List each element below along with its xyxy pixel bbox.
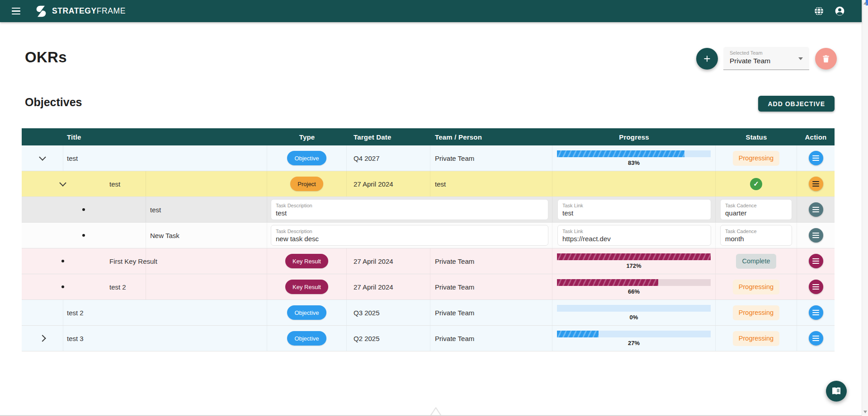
add-okr-fab-button[interactable] xyxy=(696,48,718,70)
row-title: test 2 xyxy=(67,309,84,317)
type-cell: Key Result xyxy=(267,274,347,299)
language-globe-icon[interactable] xyxy=(808,1,829,22)
row-menu-button[interactable] xyxy=(809,254,823,268)
progress-bar: 172% xyxy=(557,253,711,269)
type-cell: Key Result xyxy=(267,248,347,274)
topbar: STRATEGYFRAME xyxy=(0,0,862,22)
row-title: test xyxy=(67,154,78,162)
expand-chevron-down-icon[interactable] xyxy=(59,179,66,187)
menu-icon xyxy=(812,314,819,316)
account-icon[interactable] xyxy=(829,1,850,22)
row-title-area: test xyxy=(22,197,267,222)
bullet-icon xyxy=(61,285,64,288)
row-menu-button[interactable] xyxy=(809,280,823,294)
page-title: OKRs xyxy=(25,49,67,66)
task-link-input[interactable] xyxy=(562,209,706,217)
progress-label: 66% xyxy=(557,288,711,295)
expand-chevron-down-icon[interactable] xyxy=(39,154,46,161)
type-badge: Key Result xyxy=(285,280,328,294)
team-person: test xyxy=(435,180,446,188)
task-link-input[interactable] xyxy=(562,235,706,243)
column-divider xyxy=(63,300,63,325)
row-menu-button[interactable] xyxy=(809,331,823,346)
target-date-cell: Q3 2025 xyxy=(347,300,430,325)
task-link-field[interactable]: Task Link xyxy=(557,225,711,246)
column-header-title: Title xyxy=(22,133,267,141)
row-title: New Task xyxy=(150,232,179,239)
progress-track xyxy=(557,305,711,312)
task-cadence-field[interactable]: Task Cadence xyxy=(720,225,792,246)
row-menu-button[interactable] xyxy=(809,177,823,191)
row-title-area: test 2 xyxy=(22,274,267,299)
type-badge: Objective xyxy=(287,151,326,165)
add-objective-button[interactable]: ADD OBJECTIVE xyxy=(758,96,835,112)
brand-logo-icon xyxy=(34,5,48,18)
progress-bar: 27% xyxy=(557,331,711,346)
status-badge: Progressing xyxy=(733,151,779,166)
action-cell xyxy=(797,171,835,196)
scrollbar-up-icon[interactable] xyxy=(863,2,867,5)
menu-icon xyxy=(812,235,819,236)
menu-icon xyxy=(812,258,819,260)
column-divider xyxy=(63,326,63,351)
column-divider xyxy=(146,223,146,248)
row-menu-button[interactable] xyxy=(809,151,823,165)
delete-team-fab-button[interactable] xyxy=(815,48,837,70)
status-badge: Progressing xyxy=(733,305,779,320)
row-menu-button[interactable] xyxy=(809,305,823,320)
help-docs-fab-button[interactable] xyxy=(826,381,847,402)
bullet-icon xyxy=(61,260,64,262)
status-cell: Progressing xyxy=(716,326,797,351)
progress-track xyxy=(557,150,711,157)
brand-name-bold: STRATEGY xyxy=(52,6,97,15)
task-link-cell: Task Link xyxy=(552,223,716,248)
task-description-cell: Task Description xyxy=(267,223,552,248)
task-cadence-cell: Task Cadence xyxy=(716,197,797,222)
team-person: Private Team xyxy=(435,283,474,291)
type-badge: Project xyxy=(290,177,323,191)
target-date: Q3 2025 xyxy=(354,309,380,317)
task-cadence-field[interactable]: Task Cadence xyxy=(720,199,792,220)
menu-icon xyxy=(812,261,819,262)
progress-fill xyxy=(557,331,599,337)
menu-icon xyxy=(812,158,819,159)
team-person-cell: Private Team xyxy=(430,248,552,274)
row-title-area: test 2 xyxy=(22,300,267,325)
task-description-field[interactable]: Task Description xyxy=(271,225,548,246)
column-header-progress: Progress xyxy=(552,133,716,141)
team-person-cell: Private Team xyxy=(430,300,552,325)
task-description-input[interactable] xyxy=(276,235,543,243)
type-badge: Objective xyxy=(287,331,326,346)
row-menu-button[interactable] xyxy=(809,228,823,243)
task-description-field[interactable]: Task Description xyxy=(271,199,548,220)
head-controls: Selected Team Private Team xyxy=(696,47,837,70)
row-title: First Key Result xyxy=(109,257,157,265)
team-select[interactable]: Selected Team Private Team xyxy=(723,47,809,70)
type-badge: Key Result xyxy=(285,254,328,268)
column-divider xyxy=(146,197,146,222)
row-title-area: First Key Result xyxy=(22,248,267,274)
status-cell: Progressing xyxy=(716,274,797,299)
status-check-icon: ✓ xyxy=(750,178,762,190)
team-person-cell: Private Team xyxy=(430,326,552,351)
expand-chevron-right-icon[interactable] xyxy=(39,335,46,342)
column-header-target-date: Target Date xyxy=(347,133,430,141)
scrollbar[interactable] xyxy=(862,0,868,416)
table-row: test 3ObjectiveQ2 2025Private Team27%Pro… xyxy=(22,326,835,351)
menu-icon xyxy=(812,310,819,311)
row-title-area: test xyxy=(22,145,267,171)
action-cell xyxy=(797,274,835,299)
task-description-input[interactable] xyxy=(276,209,543,217)
action-cell xyxy=(797,300,835,325)
type-cell: Project xyxy=(267,171,347,196)
task-cadence-input[interactable] xyxy=(725,235,787,243)
task-link-field[interactable]: Task Link xyxy=(557,199,711,220)
scrollbar-down-icon[interactable] xyxy=(863,411,867,413)
menu-icon[interactable] xyxy=(5,1,26,22)
team-person-cell: Private Team xyxy=(430,145,552,171)
progress-cell: 172% xyxy=(552,248,716,274)
row-menu-button[interactable] xyxy=(809,202,823,217)
open-book-icon xyxy=(831,386,842,397)
menu-icon xyxy=(812,183,819,185)
task-cadence-input[interactable] xyxy=(725,209,787,217)
